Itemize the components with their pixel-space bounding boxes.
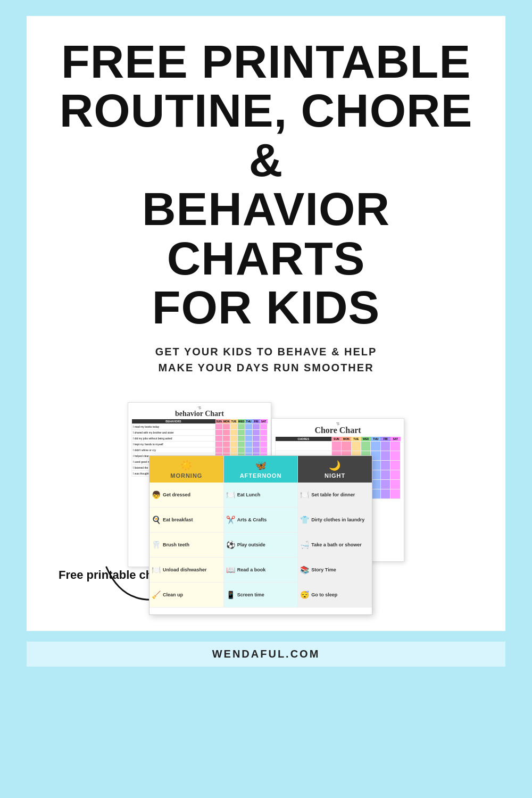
routine-cell-text: Dirty clothes in laundry: [311, 517, 364, 523]
routine-cell-icon: 🛁: [300, 541, 309, 549]
website-url: WENDAFUL.COM: [212, 648, 320, 660]
cc-day-cell: [361, 442, 371, 451]
bc-day-cell: [260, 436, 268, 442]
bc-col-sat: SAT: [260, 419, 268, 424]
night-header: 🌙 NIGHT: [298, 456, 372, 483]
main-title: FREE PRINTABLE ROUTINE, CHORE & BEHAVIOR…: [53, 37, 479, 332]
bc-day-cell: [260, 442, 268, 447]
cc-col-tue: TUE: [351, 437, 361, 442]
bc-row-behavior: I read my books today: [132, 424, 215, 430]
bc-day-cell: [223, 436, 230, 442]
morning-label: MORNING: [170, 472, 202, 479]
bc-day-cell: [238, 447, 245, 453]
routine-cell: 🧹Clean up: [149, 583, 224, 607]
routine-cell: 🍽️Set table for dinner: [298, 483, 372, 507]
routine-row: 🧹Clean up📱Screen time😴Go to sleep: [149, 583, 372, 608]
cc-day-cell: [342, 442, 351, 451]
morning-icon: ☀️: [180, 460, 193, 471]
bc-day-cell: [215, 442, 223, 447]
bc-col-mon: MON: [223, 419, 230, 424]
bc-day-cell: [253, 447, 260, 453]
routine-cell: ✂️Arts & Crafts: [224, 508, 298, 532]
routine-cell-text: Get dressed: [163, 492, 190, 498]
subtitle: GET YOUR KIDS TO BEHAVE & HELPMAKE YOUR …: [155, 344, 377, 376]
bc-title: behavior Chart: [131, 410, 268, 418]
routine-cell: 📱Screen time: [224, 583, 298, 607]
bc-row-behavior: I kept my hands to myself: [132, 442, 215, 447]
routine-row: 🦷Brush teeth⚽Play outside🛁Take a bath or…: [149, 533, 372, 558]
bc-day-cell: [238, 442, 245, 447]
routine-cell-icon: 🍽️: [226, 491, 235, 499]
afternoon-icon: 🦋: [255, 460, 267, 471]
cc-title: Chore Chart: [275, 426, 401, 435]
routine-cell-text: Eat Lunch: [237, 492, 261, 498]
bc-day-cell: [253, 436, 260, 442]
bc-day-cell: [223, 447, 230, 453]
website-footer: WENDAFUL.COM: [27, 642, 505, 667]
routine-cell-icon: 👕: [300, 516, 309, 524]
afternoon-header: 🦋 AFTERNOON: [224, 456, 298, 483]
routine-cell: 😴Go to sleep: [298, 583, 372, 607]
routine-cell-icon: 📱: [226, 591, 235, 599]
routine-row: 🍳Eat breakfast✂️Arts & Crafts👕Dirty clot…: [149, 508, 372, 533]
night-icon: 🌙: [329, 460, 341, 471]
routine-cell-text: Brush teeth: [163, 542, 189, 548]
cc-day-cell: [380, 451, 390, 461]
bc-day-cell: [230, 430, 238, 436]
bc-day-cell: [245, 436, 253, 442]
cc-day-cell: [390, 470, 401, 480]
bc-col-fri: FRI: [253, 419, 260, 424]
bc-day-cell: [215, 430, 223, 436]
routine-cell-icon: 📚: [300, 566, 309, 574]
cc-day-cell: [380, 461, 390, 470]
bc-day-cell: [245, 424, 253, 430]
cc-day-cell: [371, 442, 380, 451]
routine-cell-text: Unload dishwasher: [163, 567, 207, 573]
cc-col-thu: THU: [371, 437, 380, 442]
cc-possessive: 'S: [275, 422, 401, 426]
night-label: NIGHT: [325, 472, 345, 479]
bc-day-cell: [238, 424, 245, 430]
cc-day-cell: [390, 461, 401, 470]
routine-cell-text: Play outside: [237, 542, 265, 548]
preview-area: Free printable charts! 'S behavior Chart: [53, 392, 479, 615]
routine-cell-icon: 🍽️: [152, 566, 161, 574]
routine-cell-text: Clean up: [163, 592, 183, 598]
bc-day-cell: [260, 424, 268, 430]
routine-cell-icon: ✂️: [226, 516, 235, 524]
bc-col-thu: THU: [245, 419, 253, 424]
routine-cell-text: Take a bath or shower: [311, 542, 361, 548]
cc-day-cell: [351, 442, 361, 451]
routine-cell: 👦Get dressed: [149, 483, 224, 507]
cc-day-cell: [390, 442, 401, 451]
routine-cell: 🍽️Unload dishwasher: [149, 558, 224, 582]
bc-day-cell: [223, 442, 230, 447]
bc-day-cell: [223, 430, 230, 436]
routine-cell-text: Go to sleep: [311, 592, 337, 598]
cc-col-sun: SUN: [331, 437, 341, 442]
bc-day-cell: [253, 424, 260, 430]
cc-day-cell: [380, 480, 390, 489]
cc-row-chore: [276, 442, 332, 451]
bc-day-cell: [215, 436, 223, 442]
routine-cell: 📚Story Time: [298, 558, 372, 582]
cc-day-cell: [390, 480, 401, 489]
routine-cell: 🦷Brush teeth: [149, 533, 224, 557]
routine-cell-text: Set table for dinner: [311, 492, 355, 498]
routine-cell-icon: 👦: [152, 491, 161, 499]
routine-cell: ⚽Play outside: [224, 533, 298, 557]
morning-header: ☀️ MORNING: [149, 456, 223, 483]
routine-chart: ☀️ MORNING 🦋 AFTERNOON: [149, 455, 372, 615]
bc-possessive: 'S: [131, 406, 268, 410]
bc-day-cell: [238, 436, 245, 442]
bc-day-cell: [245, 447, 253, 453]
cc-col-wed: WED: [361, 437, 371, 442]
bc-col-sun: SUN: [215, 419, 223, 424]
bc-day-cell: [238, 430, 245, 436]
bc-day-cell: [253, 430, 260, 436]
bc-day-cell: [230, 447, 238, 453]
routine-header: ☀️ MORNING 🦋 AFTERNOON: [149, 456, 372, 483]
routine-cell-text: Arts & Crafts: [237, 517, 267, 523]
routine-row: 👦Get dressed🍽️Eat Lunch🍽️Set table for d…: [149, 483, 372, 508]
routine-cell-text: Screen time: [237, 592, 264, 598]
